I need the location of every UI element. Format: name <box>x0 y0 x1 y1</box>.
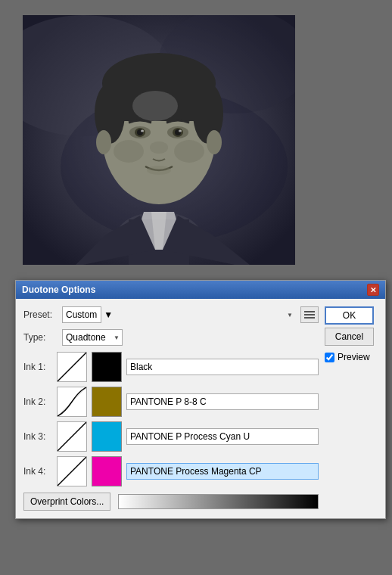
type-row: Type: Monotone Duotone Tritone Quadtone … <box>23 329 319 346</box>
ink3-color-swatch[interactable] <box>92 421 122 452</box>
cancel-button[interactable]: Cancel <box>325 328 374 346</box>
svg-point-29 <box>132 91 178 121</box>
ink1-color-swatch[interactable] <box>92 352 122 382</box>
ink2-row: Ink 2: <box>23 387 319 417</box>
ink4-color-swatch[interactable] <box>92 456 122 486</box>
svg-point-26 <box>147 166 171 175</box>
preview-checkbox[interactable] <box>325 353 334 362</box>
svg-rect-30 <box>304 311 315 312</box>
svg-rect-31 <box>304 314 315 315</box>
ink2-label: Ink 2: <box>23 396 52 407</box>
type-select-wrapper: Monotone Duotone Tritone Quadtone ▼ <box>62 329 123 346</box>
preset-select-wrapper: Custom ▼ <box>62 306 296 323</box>
preset-select[interactable]: Custom <box>62 306 101 323</box>
svg-point-27 <box>114 140 144 163</box>
ink1-row: Ink 1: <box>23 352 319 382</box>
duotone-dialog: Duotone Options ✕ Preset: Custom ▼ <box>15 280 386 519</box>
ink3-label: Ink 3: <box>23 431 52 442</box>
svg-point-16 <box>207 130 222 154</box>
dialog-titlebar: Duotone Options ✕ <box>16 281 385 299</box>
preset-menu-icon-button[interactable] <box>300 306 319 323</box>
ink3-name-input[interactable] <box>126 428 319 445</box>
preset-dropdown-arrow: ▼ <box>104 309 113 320</box>
ink4-row: Ink 4: <box>23 456 319 486</box>
ink2-curve[interactable] <box>57 387 87 417</box>
ink1-label: Ink 1: <box>23 362 52 372</box>
dialog-title: Duotone Options <box>22 284 95 295</box>
ink2-name-input[interactable] <box>126 393 319 410</box>
close-button[interactable]: ✕ <box>367 284 379 296</box>
bottom-row: Overprint Colors... <box>23 493 319 511</box>
type-label: Type: <box>23 332 58 343</box>
preset-label: Preset: <box>23 309 58 320</box>
ink4-label: Ink 4: <box>23 466 52 477</box>
ink4-curve[interactable] <box>57 456 87 486</box>
preset-row: Preset: Custom ▼ <box>23 306 319 323</box>
svg-point-23 <box>141 130 144 132</box>
dialog-actions: OK Cancel Preview <box>325 306 378 511</box>
ink3-row: Ink 3: <box>23 421 319 452</box>
preview-checkbox-row: Preview <box>325 352 378 362</box>
ink4-name-input[interactable] <box>126 463 319 480</box>
ink2-color-swatch[interactable] <box>92 387 122 417</box>
svg-point-24 <box>179 130 182 132</box>
svg-point-15 <box>96 130 111 154</box>
ink3-curve[interactable] <box>57 421 87 452</box>
type-select[interactable]: Monotone Duotone Tritone Quadtone <box>62 329 123 346</box>
overprint-colors-button[interactable]: Overprint Colors... <box>23 493 110 511</box>
gradient-preview-bar <box>118 494 319 509</box>
svg-point-25 <box>150 141 168 154</box>
photo-preview <box>23 15 295 265</box>
svg-rect-32 <box>304 317 315 319</box>
ink1-name-input[interactable] <box>126 359 319 375</box>
ink1-curve[interactable] <box>57 352 87 382</box>
svg-point-28 <box>174 140 204 163</box>
ok-button[interactable]: OK <box>325 306 374 325</box>
preview-label: Preview <box>338 352 370 362</box>
